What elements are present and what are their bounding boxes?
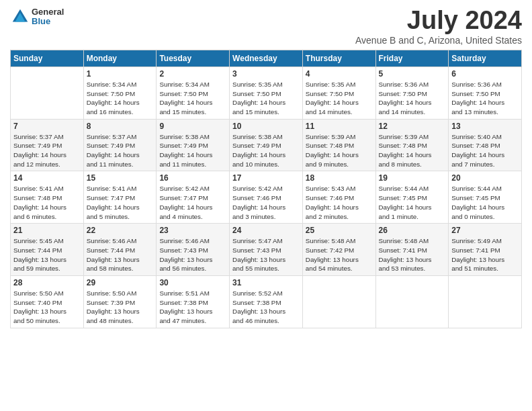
calendar-cell: 18Sunrise: 5:43 AM Sunset: 7:46 PM Dayli… bbox=[302, 171, 375, 224]
calendar-cell: 5Sunrise: 5:36 AM Sunset: 7:50 PM Daylig… bbox=[375, 66, 449, 119]
cell-date-number: 30 bbox=[159, 278, 226, 287]
cell-date-number: 5 bbox=[379, 69, 446, 79]
logo: General Blue bbox=[10, 7, 64, 27]
calendar-week-2: 7Sunrise: 5:37 AM Sunset: 7:49 PM Daylig… bbox=[11, 119, 522, 171]
cell-date-number: 16 bbox=[159, 173, 226, 183]
calendar-cell: 13Sunrise: 5:40 AM Sunset: 7:48 PM Dayli… bbox=[449, 119, 522, 171]
cell-date-number: 11 bbox=[306, 122, 373, 131]
calendar-cell: 30Sunrise: 5:51 AM Sunset: 7:38 PM Dayli… bbox=[157, 276, 230, 328]
cell-date-number: 2 bbox=[159, 69, 226, 79]
cell-date-number: 12 bbox=[379, 122, 446, 131]
cell-date-number: 10 bbox=[232, 122, 300, 131]
cell-date-number: 24 bbox=[232, 226, 300, 235]
calendar-cell: 25Sunrise: 5:48 AM Sunset: 7:42 PM Dayli… bbox=[302, 224, 375, 276]
cell-sun-info: Sunrise: 5:41 AM Sunset: 7:48 PM Dayligh… bbox=[13, 184, 81, 221]
cell-sun-info: Sunrise: 5:52 AM Sunset: 7:38 PM Dayligh… bbox=[232, 289, 300, 326]
cell-sun-info: Sunrise: 5:47 AM Sunset: 7:43 PM Dayligh… bbox=[232, 236, 300, 273]
calendar-cell: 8Sunrise: 5:37 AM Sunset: 7:49 PM Daylig… bbox=[83, 119, 157, 171]
cell-sun-info: Sunrise: 5:39 AM Sunset: 7:48 PM Dayligh… bbox=[306, 132, 373, 169]
day-header-thursday: Thursday bbox=[302, 50, 375, 66]
cell-sun-info: Sunrise: 5:34 AM Sunset: 7:50 PM Dayligh… bbox=[87, 80, 154, 117]
calendar-cell: 6Sunrise: 5:36 AM Sunset: 7:50 PM Daylig… bbox=[449, 66, 522, 119]
cell-date-number: 18 bbox=[306, 173, 373, 183]
calendar-week-1: 1Sunrise: 5:34 AM Sunset: 7:50 PM Daylig… bbox=[11, 66, 522, 119]
cell-sun-info: Sunrise: 5:42 AM Sunset: 7:47 PM Dayligh… bbox=[159, 184, 226, 221]
day-header-sunday: Sunday bbox=[11, 50, 84, 66]
cell-date-number: 3 bbox=[232, 69, 300, 79]
calendar-cell: 10Sunrise: 5:38 AM Sunset: 7:49 PM Dayli… bbox=[230, 119, 303, 171]
calendar-cell: 9Sunrise: 5:38 AM Sunset: 7:49 PM Daylig… bbox=[157, 119, 230, 171]
calendar-cell: 12Sunrise: 5:39 AM Sunset: 7:48 PM Dayli… bbox=[375, 119, 449, 171]
calendar-cell bbox=[449, 276, 522, 328]
cell-date-number: 7 bbox=[13, 122, 81, 131]
cell-sun-info: Sunrise: 5:42 AM Sunset: 7:46 PM Dayligh… bbox=[232, 184, 300, 221]
calendar-cell: 17Sunrise: 5:42 AM Sunset: 7:46 PM Dayli… bbox=[230, 171, 303, 224]
cell-sun-info: Sunrise: 5:43 AM Sunset: 7:46 PM Dayligh… bbox=[306, 184, 373, 221]
calendar-cell: 7Sunrise: 5:37 AM Sunset: 7:49 PM Daylig… bbox=[11, 119, 84, 171]
cell-sun-info: Sunrise: 5:36 AM Sunset: 7:50 PM Dayligh… bbox=[379, 80, 446, 117]
cell-sun-info: Sunrise: 5:44 AM Sunset: 7:45 PM Dayligh… bbox=[379, 184, 446, 221]
calendar-cell: 1Sunrise: 5:34 AM Sunset: 7:50 PM Daylig… bbox=[83, 66, 157, 119]
cell-date-number: 27 bbox=[451, 226, 519, 235]
cell-date-number: 26 bbox=[379, 226, 446, 235]
calendar-cell: 4Sunrise: 5:35 AM Sunset: 7:50 PM Daylig… bbox=[302, 66, 375, 119]
calendar-cell: 15Sunrise: 5:41 AM Sunset: 7:47 PM Dayli… bbox=[83, 171, 157, 224]
cell-sun-info: Sunrise: 5:35 AM Sunset: 7:50 PM Dayligh… bbox=[306, 80, 373, 117]
calendar-header-row: SundayMondayTuesdayWednesdayThursdayFrid… bbox=[11, 50, 522, 66]
cell-date-number: 20 bbox=[451, 173, 519, 183]
cell-sun-info: Sunrise: 5:51 AM Sunset: 7:38 PM Dayligh… bbox=[159, 289, 226, 326]
calendar-cell: 28Sunrise: 5:50 AM Sunset: 7:40 PM Dayli… bbox=[11, 276, 84, 328]
day-header-monday: Monday bbox=[83, 50, 157, 66]
cell-sun-info: Sunrise: 5:37 AM Sunset: 7:49 PM Dayligh… bbox=[87, 132, 154, 169]
cell-date-number: 17 bbox=[232, 173, 300, 183]
calendar-cell: 20Sunrise: 5:44 AM Sunset: 7:45 PM Dayli… bbox=[449, 171, 522, 224]
cell-sun-info: Sunrise: 5:48 AM Sunset: 7:41 PM Dayligh… bbox=[379, 236, 446, 273]
cell-sun-info: Sunrise: 5:50 AM Sunset: 7:39 PM Dayligh… bbox=[87, 289, 154, 326]
cell-sun-info: Sunrise: 5:37 AM Sunset: 7:49 PM Dayligh… bbox=[13, 132, 81, 169]
cell-sun-info: Sunrise: 5:44 AM Sunset: 7:45 PM Dayligh… bbox=[451, 184, 519, 221]
location: Avenue B and C, Arizona, United States bbox=[355, 35, 522, 46]
cell-sun-info: Sunrise: 5:46 AM Sunset: 7:43 PM Dayligh… bbox=[159, 236, 226, 273]
cell-date-number: 22 bbox=[87, 226, 154, 235]
cell-sun-info: Sunrise: 5:40 AM Sunset: 7:48 PM Dayligh… bbox=[451, 132, 519, 169]
calendar-week-5: 28Sunrise: 5:50 AM Sunset: 7:40 PM Dayli… bbox=[11, 276, 522, 328]
cell-date-number: 13 bbox=[451, 122, 519, 131]
logo-general-text: General bbox=[32, 7, 64, 17]
cell-date-number: 8 bbox=[87, 122, 154, 131]
cell-date-number: 19 bbox=[379, 173, 446, 183]
cell-date-number: 28 bbox=[13, 278, 81, 287]
page-header: General Blue July 2024 Avenue B and C, A… bbox=[10, 7, 522, 46]
calendar-cell: 24Sunrise: 5:47 AM Sunset: 7:43 PM Dayli… bbox=[230, 224, 303, 276]
day-header-tuesday: Tuesday bbox=[157, 50, 230, 66]
logo-blue-text: Blue bbox=[32, 17, 64, 26]
logo-icon bbox=[10, 7, 30, 27]
cell-date-number: 9 bbox=[159, 122, 226, 131]
day-header-wednesday: Wednesday bbox=[230, 50, 303, 66]
calendar-cell: 19Sunrise: 5:44 AM Sunset: 7:45 PM Dayli… bbox=[375, 171, 449, 224]
cell-date-number: 29 bbox=[87, 278, 154, 287]
cell-date-number: 14 bbox=[13, 173, 81, 183]
calendar-cell: 27Sunrise: 5:49 AM Sunset: 7:41 PM Dayli… bbox=[449, 224, 522, 276]
calendar-cell: 22Sunrise: 5:46 AM Sunset: 7:44 PM Dayli… bbox=[83, 224, 157, 276]
calendar-cell bbox=[375, 276, 449, 328]
calendar-cell bbox=[11, 66, 84, 119]
calendar-cell: 21Sunrise: 5:45 AM Sunset: 7:44 PM Dayli… bbox=[11, 224, 84, 276]
cell-sun-info: Sunrise: 5:38 AM Sunset: 7:49 PM Dayligh… bbox=[159, 132, 226, 169]
cell-sun-info: Sunrise: 5:35 AM Sunset: 7:50 PM Dayligh… bbox=[232, 80, 300, 117]
cell-sun-info: Sunrise: 5:45 AM Sunset: 7:44 PM Dayligh… bbox=[13, 236, 81, 273]
cell-date-number: 23 bbox=[159, 226, 226, 235]
cell-date-number: 31 bbox=[232, 278, 300, 287]
month-title: July 2024 bbox=[355, 7, 522, 35]
calendar-cell: 14Sunrise: 5:41 AM Sunset: 7:48 PM Dayli… bbox=[11, 171, 84, 224]
day-header-saturday: Saturday bbox=[449, 50, 522, 66]
cell-sun-info: Sunrise: 5:36 AM Sunset: 7:50 PM Dayligh… bbox=[451, 80, 519, 117]
cell-sun-info: Sunrise: 5:46 AM Sunset: 7:44 PM Dayligh… bbox=[87, 236, 154, 273]
calendar-cell: 2Sunrise: 5:34 AM Sunset: 7:50 PM Daylig… bbox=[157, 66, 230, 119]
cell-sun-info: Sunrise: 5:41 AM Sunset: 7:47 PM Dayligh… bbox=[87, 184, 154, 221]
day-header-friday: Friday bbox=[375, 50, 449, 66]
cell-date-number: 15 bbox=[87, 173, 154, 183]
cell-sun-info: Sunrise: 5:49 AM Sunset: 7:41 PM Dayligh… bbox=[451, 236, 519, 273]
calendar-cell: 3Sunrise: 5:35 AM Sunset: 7:50 PM Daylig… bbox=[230, 66, 303, 119]
cell-date-number: 6 bbox=[451, 69, 519, 79]
cell-date-number: 1 bbox=[87, 69, 154, 79]
